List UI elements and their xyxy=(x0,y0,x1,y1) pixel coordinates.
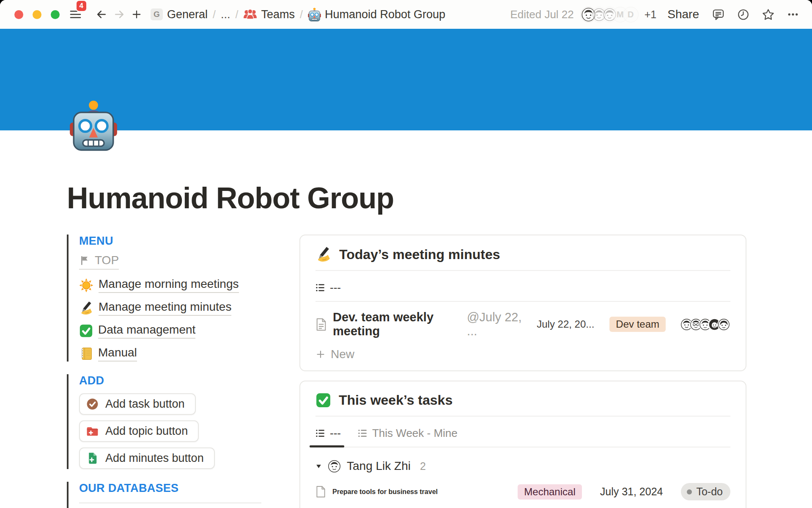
status-label: To-do xyxy=(696,486,723,498)
view-tab-label: --- xyxy=(330,427,341,440)
status-dot-icon xyxy=(687,489,692,494)
writing-hand-icon xyxy=(315,246,332,262)
collapse-triangle-icon[interactable] xyxy=(315,463,322,469)
minimize-window-button[interactable] xyxy=(33,10,41,19)
card-title: Today’s meeting minutes xyxy=(339,247,500,262)
add-heading: ADD xyxy=(79,374,261,387)
avatar xyxy=(328,460,341,473)
category-tag: Mechanical xyxy=(518,484,582,500)
folder-plus-icon xyxy=(86,425,99,438)
breadcrumb-separator: / xyxy=(213,8,216,21)
breadcrumb-separator: / xyxy=(236,8,239,21)
menu-section: MENU TOP xyxy=(67,235,261,362)
view-tab-label: --- xyxy=(330,281,341,294)
meeting-date: July 22, 20... xyxy=(537,318,594,330)
view-tab-current[interactable]: --- xyxy=(315,427,341,447)
edited-timestamp: Edited Jul 22 xyxy=(510,8,573,21)
page-cover[interactable] xyxy=(0,29,812,130)
breadcrumb-page[interactable]: Humanoid Robot Group xyxy=(325,8,445,21)
top-link[interactable]: TOP xyxy=(79,254,119,270)
viewer-avatars: M D xyxy=(581,7,639,22)
favorite-star-button[interactable] xyxy=(762,8,775,21)
zoom-window-button[interactable] xyxy=(51,10,60,19)
document-icon xyxy=(315,318,327,331)
share-button[interactable]: Share xyxy=(667,8,699,21)
window-titlebar: 4 G General / ... / xyxy=(0,0,812,29)
document-icon xyxy=(315,486,326,498)
breadcrumb: G General / ... / Teams / xyxy=(151,8,445,22)
add-minutes-button[interactable]: Add minutes button xyxy=(79,447,215,469)
meeting-title[interactable]: Dev. team weekly meeting xyxy=(333,310,461,338)
close-window-button[interactable] xyxy=(14,10,23,19)
notification-badge: 4 xyxy=(76,0,87,12)
databases-heading: OUR DATABASES xyxy=(79,482,261,495)
menu-link-label: Manual xyxy=(98,346,137,362)
add-task-label: Add task button xyxy=(105,398,185,411)
databases-section: OUR DATABASES Minutes DB xyxy=(67,482,261,508)
green-check-icon xyxy=(315,392,331,408)
menu-link-data-management[interactable]: Data management xyxy=(79,323,261,339)
view-tab-label: This Week - Mine xyxy=(372,427,458,440)
avatar xyxy=(717,318,730,331)
task-row[interactable]: Produce prototype Mechanical August 9, 2… xyxy=(315,506,730,508)
breadcrumb-general[interactable]: General xyxy=(167,8,208,21)
add-topic-button[interactable]: Add topic button xyxy=(79,420,199,442)
menu-link-label: Manage morning meetings xyxy=(99,277,239,293)
right-column: Today’s meeting minutes --- xyxy=(299,235,746,508)
ledger-icon xyxy=(79,347,93,361)
new-button-label: New xyxy=(331,348,354,361)
menu-link-label: Manage meeting minutes xyxy=(99,300,231,316)
menu-heading: MENU xyxy=(79,235,261,248)
task-row[interactable]: Prepare tools for business travel Mechan… xyxy=(315,477,730,506)
due-date: July 31, 2024 xyxy=(600,486,663,498)
add-task-button[interactable]: Add task button xyxy=(79,393,196,415)
list-view-icon xyxy=(315,283,325,293)
forward-button[interactable] xyxy=(113,8,125,20)
back-button[interactable] xyxy=(96,8,107,20)
team-tag: Dev team xyxy=(609,317,666,332)
status-badge: To-do xyxy=(681,483,730,500)
new-meeting-button[interactable]: New xyxy=(315,348,730,361)
more-members-count[interactable]: +1 xyxy=(645,8,657,21)
new-tab-button[interactable] xyxy=(131,9,142,20)
add-topic-label: Add topic button xyxy=(105,425,188,438)
traffic-lights xyxy=(14,10,60,19)
view-tab-this-week-mine[interactable]: This Week - Mine xyxy=(358,427,458,447)
menu-link-meeting-minutes[interactable]: Manage meeting minutes xyxy=(79,300,261,316)
add-section: ADD Add task button xyxy=(67,374,261,469)
avatar-initial: D xyxy=(623,7,639,22)
page-title[interactable]: Humanoid Robot Group xyxy=(67,181,746,215)
view-tab[interactable]: --- xyxy=(315,281,341,301)
top-link-label: TOP xyxy=(95,254,119,267)
task-check-icon xyxy=(86,398,99,411)
comments-button[interactable] xyxy=(712,8,725,21)
card-title: This week’s tasks xyxy=(339,392,453,408)
meeting-minutes-card: Today’s meeting minutes --- xyxy=(299,235,746,371)
writing-hand-icon xyxy=(79,301,93,315)
workspace-chip[interactable]: G xyxy=(151,8,163,20)
group-count: 2 xyxy=(420,460,426,472)
file-plus-icon xyxy=(86,452,99,465)
green-check-icon xyxy=(79,324,93,338)
task-title[interactable]: Prepare tools for business travel xyxy=(332,488,438,496)
updates-clock-button[interactable] xyxy=(737,8,750,21)
more-options-button[interactable] xyxy=(787,8,799,21)
sidebar-toggle-button[interactable]: 4 xyxy=(70,9,81,19)
notion-window: 4 G General / ... / xyxy=(0,0,812,508)
meeting-date-mention: @July 22, ... xyxy=(467,310,525,338)
menu-link-manual[interactable]: Manual xyxy=(79,346,261,362)
add-minutes-label: Add minutes button xyxy=(105,452,204,465)
breadcrumb-separator: / xyxy=(300,8,303,21)
page-icon-robot[interactable] xyxy=(69,100,118,153)
plus-icon xyxy=(131,9,142,20)
menu-link-label: Data management xyxy=(98,323,195,339)
forward-arrow-icon xyxy=(113,8,125,20)
teams-people-icon xyxy=(243,9,257,20)
meeting-row[interactable]: Dev. team weekly meeting @July 22, ... J… xyxy=(315,302,730,341)
plus-icon xyxy=(315,349,326,359)
breadcrumb-teams[interactable]: Teams xyxy=(261,8,295,21)
assignee-name: Tang Lik Zhi xyxy=(347,459,411,473)
breadcrumb-collapsed[interactable]: ... xyxy=(221,8,230,21)
menu-link-morning-meetings[interactable]: Manage morning meetings xyxy=(79,277,261,293)
robot-icon xyxy=(308,8,321,22)
